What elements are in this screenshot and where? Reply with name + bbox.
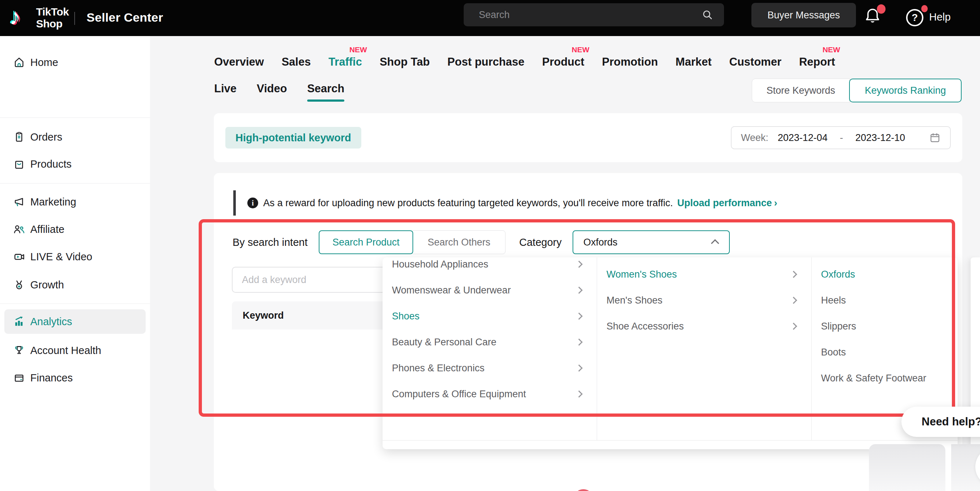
cascader-item-label: Shoe Accessories <box>606 321 684 332</box>
cascader-item-boots[interactable]: Boots <box>811 339 957 365</box>
search-product-button[interactable]: Search Product <box>319 230 413 254</box>
new-badge: NEW <box>822 45 840 54</box>
sidebar-item-live-video[interactable]: LIVE & Video <box>0 246 150 267</box>
sidebar-item-label: Affiliate <box>30 224 65 235</box>
products-icon <box>13 158 25 170</box>
toggle-label: Keywords Ranking <box>865 85 946 96</box>
search-intent-label: By search intent <box>232 237 307 248</box>
category-label: Category <box>519 237 562 248</box>
tab-customer[interactable]: Customer <box>729 48 782 68</box>
analytics-icon <box>13 315 25 328</box>
notifications-button[interactable] <box>864 6 886 30</box>
sidebar-item-marketing[interactable]: Marketing <box>0 192 150 212</box>
tab-market[interactable]: Market <box>676 48 712 68</box>
cascader-item-work-safety-footwear[interactable]: Work & Safety Footwear <box>811 365 957 391</box>
cascader-item-oxfords[interactable]: Oxfords <box>811 261 957 287</box>
megaphone-icon <box>13 196 25 208</box>
tab-post-purchase[interactable]: Post purchase <box>447 48 525 68</box>
keyword-column-header: Keyword <box>243 310 284 321</box>
cascader-item-womens-shoes[interactable]: Women's Shoes <box>597 261 811 287</box>
subtab-video[interactable]: Video <box>257 82 287 102</box>
cascader-item-heels[interactable]: Heels <box>811 287 957 313</box>
brand-line2: Shop <box>36 17 69 30</box>
link-arrow-icon: › <box>774 197 777 209</box>
subtab-search[interactable]: Search <box>307 82 344 102</box>
sidebar-item-home[interactable]: Home <box>0 52 150 73</box>
category-value: Oxfords <box>583 237 618 248</box>
cascader-item-phones-electronics[interactable]: Phones & Electronics <box>383 355 597 381</box>
cascader-item-beauty-personal-care[interactable]: Beauty & Personal Care <box>383 329 597 355</box>
cascader-item-household-appliances[interactable]: Household Appliances <box>383 257 597 277</box>
tab-traffic[interactable]: NEWTraffic <box>328 48 362 68</box>
subtab-live[interactable]: Live <box>214 82 237 102</box>
search-icon[interactable] <box>702 9 713 21</box>
global-search-input[interactable] <box>478 9 702 21</box>
subtab-label: Video <box>257 82 287 95</box>
notice-text: As a reward for uploading new products f… <box>263 197 673 209</box>
store-keywords-button[interactable]: Store Keywords <box>752 79 850 102</box>
medal-icon <box>13 279 25 291</box>
topbar-divider <box>74 12 75 25</box>
subtab-label: Search <box>307 82 344 95</box>
week-separator: - <box>840 132 843 143</box>
new-badge: NEW <box>572 45 590 54</box>
cascader-item-computers-office-equipment[interactable]: Computers & Office Equipment <box>383 381 597 407</box>
tab-label: Report <box>799 56 835 68</box>
cascader-item-shoes[interactable]: Shoes <box>383 303 597 329</box>
toggle-label: Store Keywords <box>767 85 835 96</box>
week-picker[interactable]: Week: 2023-12-04 - 2023-12-10 <box>731 126 951 149</box>
need-help-label: Need help? <box>921 415 980 428</box>
cascader-item-slippers[interactable]: Slippers <box>811 313 957 339</box>
buyer-messages-button[interactable]: Buyer Messages <box>751 3 856 27</box>
sidebar-item-label: Products <box>30 158 72 170</box>
help-notification-dot <box>921 5 928 12</box>
chevron-right-icon <box>576 391 583 398</box>
affiliate-icon <box>13 223 25 235</box>
tab-label: Market <box>676 56 712 68</box>
buyer-messages-label: Buyer Messages <box>767 10 840 21</box>
tab-promotion[interactable]: Promotion <box>602 48 658 68</box>
sidebar-item-orders[interactable]: Orders <box>0 127 150 147</box>
tab-overview[interactable]: Overview <box>214 48 264 68</box>
sidebar-item-account-health[interactable]: Account Health <box>0 340 150 361</box>
keywords-ranking-button[interactable]: Keywords Ranking <box>849 79 962 102</box>
sidebar-item-products[interactable]: Products <box>0 154 150 174</box>
tab-product[interactable]: NEWProduct <box>542 48 584 68</box>
cascader-item-shoe-accessories[interactable]: Shoe Accessories <box>597 313 811 339</box>
cascader-columns: Household Appliances Womenswear & Underw… <box>383 257 958 440</box>
need-help-button[interactable]: Need help? <box>901 407 980 437</box>
tab-sales[interactable]: Sales <box>282 48 311 68</box>
filter-card: High-potential keyword Week: 2023-12-04 … <box>214 113 963 162</box>
high-potential-keyword-badge[interactable]: High-potential keyword <box>225 127 361 149</box>
tab-shop-tab[interactable]: Shop Tab <box>380 48 430 68</box>
sidebar-item-growth[interactable]: Growth <box>0 275 150 295</box>
sidebar-item-analytics[interactable]: Analytics <box>4 309 146 334</box>
cascader-item-label: Boots <box>821 347 846 358</box>
week-label: Week: <box>741 132 768 143</box>
cascader-item-label: Womenswear & Underwear <box>392 285 511 296</box>
cascader-item-label: Shoes <box>392 311 420 322</box>
segment-label: Search Product <box>332 237 399 248</box>
notification-dot <box>877 4 886 14</box>
cascader-item-label: Work & Safety Footwear <box>821 373 926 384</box>
category-select[interactable]: Oxfords <box>573 230 730 254</box>
tab-report[interactable]: NEWReport <box>799 48 835 68</box>
tab-label: Promotion <box>602 56 658 68</box>
calendar-icon <box>929 132 941 143</box>
chevron-right-icon <box>576 313 583 320</box>
analytics-nav-tabs: Overview Sales NEWTraffic Shop Tab Post … <box>214 48 835 68</box>
traffic-sub-tabs: Live Video Search <box>214 82 344 102</box>
upload-performance-link[interactable]: Upload performance <box>677 197 772 209</box>
search-others-button[interactable]: Search Others <box>412 230 506 254</box>
sidebar: Home Orders Products Marketing <box>0 36 150 491</box>
help-button[interactable]: ? Help <box>906 6 960 30</box>
trophy-icon <box>13 344 25 356</box>
global-search[interactable] <box>464 3 724 26</box>
sidebar-item-label: Growth <box>30 279 64 291</box>
tab-label: Product <box>542 56 584 68</box>
sidebar-item-finances[interactable]: Finances <box>0 368 150 388</box>
cascader-item-womenswear-underwear[interactable]: Womenswear & Underwear <box>383 277 597 303</box>
cascader-item-label: Beauty & Personal Care <box>392 337 496 348</box>
cascader-item-mens-shoes[interactable]: Men's Shoes <box>597 287 811 313</box>
sidebar-item-affiliate[interactable]: Affiliate <box>0 219 150 239</box>
